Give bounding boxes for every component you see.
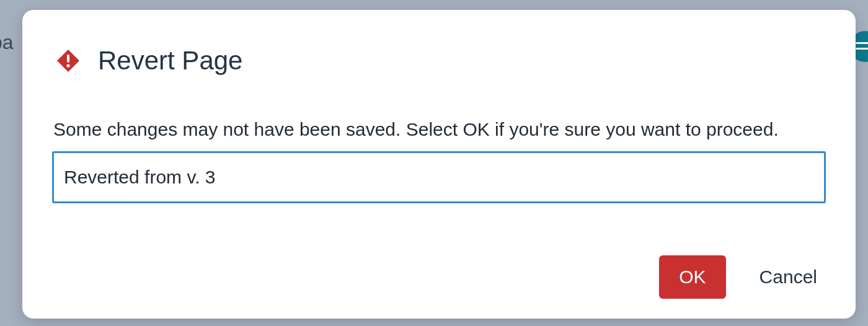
svg-point-2 (66, 64, 69, 67)
dialog-title: Revert Page (98, 46, 242, 76)
warning-icon (56, 48, 81, 73)
backdrop-partial-text: ba (0, 31, 14, 54)
dialog-actions: OK Cancel (52, 255, 826, 299)
cancel-button[interactable]: Cancel (755, 255, 822, 299)
ok-button[interactable]: OK (659, 255, 725, 299)
svg-rect-1 (67, 55, 69, 63)
dialog-message: Some changes may not have been saved. Se… (53, 119, 826, 140)
dialog-header: Revert Page (56, 46, 826, 76)
revert-page-dialog: Revert Page Some changes may not have be… (22, 10, 856, 319)
revert-message-input[interactable] (52, 151, 826, 203)
